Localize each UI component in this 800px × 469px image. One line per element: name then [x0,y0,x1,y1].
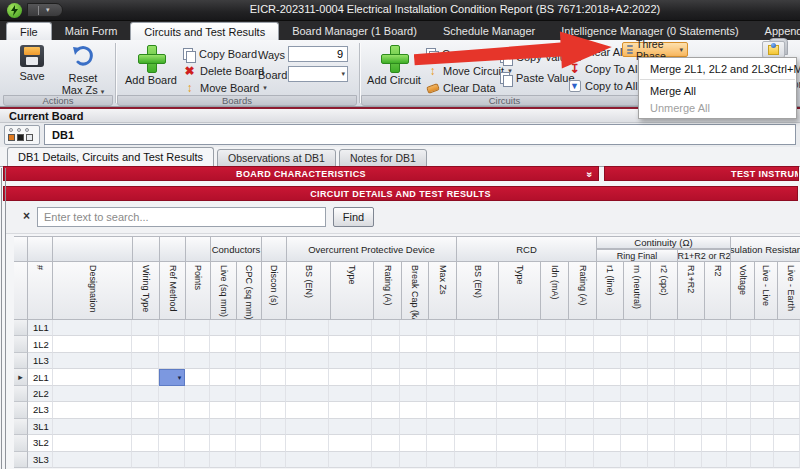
column-header[interactable]: Discon (s) [262,262,287,320]
grid-cell[interactable] [329,402,372,418]
column-header[interactable]: R2 [705,262,731,320]
grid-cell[interactable] [648,353,675,369]
grid-cell[interactable] [210,402,236,418]
grid-cell[interactable] [675,435,702,451]
grid-cell[interactable] [751,435,774,451]
grid-cell[interactable] [261,402,286,418]
grid-cell[interactable] [261,419,286,435]
grid-cell[interactable] [400,435,427,451]
column-header[interactable]: Type [499,262,541,320]
grid-cell[interactable] [774,402,800,418]
grid-cell[interactable] [286,336,330,352]
grid-cell[interactable] [727,336,751,352]
grid-cell[interactable] [675,452,702,468]
grid-cell[interactable] [566,336,594,352]
grid-cell[interactable] [774,386,800,402]
menu-item[interactable]: Merge All [639,82,796,99]
grid-cell[interactable] [185,419,210,435]
row-indicator[interactable] [14,386,28,402]
grid-cell[interactable] [702,369,728,385]
grid-cell[interactable] [497,353,539,369]
grid-cell[interactable] [372,369,400,385]
grid-cell[interactable] [286,353,330,369]
row-indicator[interactable] [14,419,28,435]
splitter-handle[interactable] [1,168,6,469]
grid-cell[interactable] [751,336,774,352]
grid-cell[interactable] [455,386,497,402]
column-header[interactable]: Live - Earth [778,262,800,320]
grid-cell[interactable] [538,386,566,402]
grid-cell[interactable] [261,320,286,336]
note-button[interactable] [762,41,785,58]
grid-cell[interactable] [751,386,774,402]
grid-cell[interactable] [455,402,497,418]
ribbon-tab[interactable]: Circuits and Test Results [130,22,279,40]
grid-cell[interactable] [372,435,400,451]
grid-cell[interactable] [566,353,594,369]
grid-cell[interactable] [159,386,185,402]
column-header[interactable]: rn (neutral) [624,262,651,320]
grid-cell[interactable] [53,402,133,418]
grid-cell[interactable] [261,353,286,369]
grid-cell[interactable] [286,369,330,385]
grid-cell[interactable] [497,419,539,435]
close-icon[interactable]: × [23,209,30,223]
grid-cell[interactable] [751,369,774,385]
ribbon-tab[interactable]: Main Form [52,22,131,40]
grid-cell[interactable] [538,452,566,468]
grid-cell[interactable] [774,435,800,451]
grid-cell[interactable] [538,419,566,435]
grid-cell[interactable] [497,435,539,451]
chevron-down-icon[interactable]: ▾ [341,70,345,78]
circuit-number-cell[interactable]: 2L3 [28,402,53,418]
circuit-number-cell[interactable]: 3L1 [28,419,53,435]
grid-cell[interactable] [497,402,539,418]
grid-cell[interactable] [261,386,286,402]
grid-cell[interactable] [702,353,728,369]
grid-cell[interactable] [372,386,400,402]
grid-cell[interactable] [427,402,455,418]
grid-cell[interactable] [400,353,427,369]
grid-cell[interactable] [702,386,728,402]
grid-cell[interactable] [236,320,261,336]
column-header[interactable]: BS (EN) [287,262,331,320]
grid-cell[interactable] [621,369,648,385]
grid-cell[interactable] [594,353,621,369]
grid-cell[interactable] [621,320,648,336]
board-characteristics-banner[interactable]: BOARD CHARACTERISTICS » [3,166,599,181]
grid-cell[interactable] [132,320,159,336]
find-button[interactable]: Find [333,207,374,227]
grid-cell[interactable] [329,435,372,451]
column-header[interactable]: R1+R2 [678,262,705,320]
column-header[interactable]: Rating (A) [569,262,597,320]
grid-cell[interactable] [236,435,261,451]
grid-cell[interactable] [455,336,497,352]
ribbon-tab[interactable]: Schedule Manager [430,22,548,40]
grid-cell[interactable] [621,336,648,352]
grid-cell[interactable] [594,320,621,336]
ribbon-tab[interactable]: File [6,22,52,40]
selected-cell-dropdown[interactable]: ▾ [159,369,185,385]
grid-cell[interactable] [702,435,728,451]
grid-cell[interactable] [210,419,236,435]
delete-board-button[interactable]: ✖ Delete Board [183,63,264,79]
grid-cell[interactable] [236,369,261,385]
grid-cell[interactable] [236,386,261,402]
grid-cell[interactable] [566,369,594,385]
copy-board-button[interactable]: Copy Board [183,46,257,62]
grid-cell[interactable] [727,353,751,369]
grid-cell[interactable] [185,386,210,402]
paste-value-button[interactable]: Paste Value [500,70,575,86]
grid-cell[interactable] [329,353,372,369]
grid-cell[interactable] [286,320,330,336]
grid-cell[interactable] [159,435,185,451]
grid-cell[interactable] [53,336,133,352]
grid-cell[interactable] [329,386,372,402]
move-circuit-button[interactable]: ↕ Move Circuit ▾ [426,63,512,79]
grid-cell[interactable] [621,435,648,451]
grid-cell[interactable] [497,336,539,352]
grid-cell[interactable] [702,402,728,418]
row-indicator[interactable] [14,452,28,468]
column-header[interactable]: Wiring Type [133,262,160,320]
grid-cell[interactable] [53,353,133,369]
